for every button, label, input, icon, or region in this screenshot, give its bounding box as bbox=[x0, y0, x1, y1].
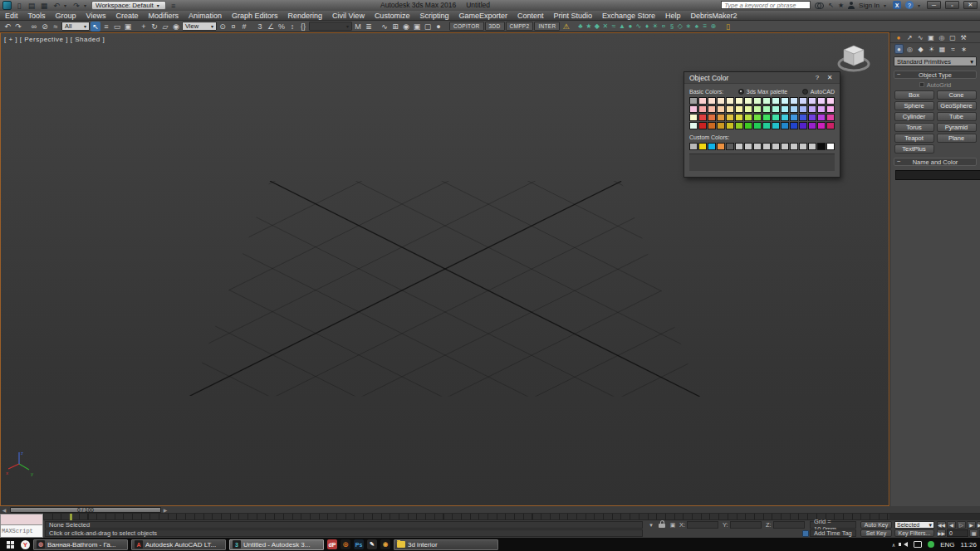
viewport-label[interactable]: [ + ] [ Perspective ] [ Shaded ] bbox=[4, 36, 105, 43]
minimize-button[interactable]: ─ bbox=[927, 1, 941, 9]
color-swatch[interactable] bbox=[781, 114, 789, 121]
add-time-tag[interactable]: Add Time Tag bbox=[810, 529, 856, 537]
select-and-scale-icon[interactable]: ▱ bbox=[160, 22, 170, 32]
color-swatch[interactable] bbox=[817, 122, 826, 129]
debrismaker-script-icon[interactable]: ♣ bbox=[576, 22, 584, 32]
signin-button[interactable]: Sign In bbox=[859, 2, 880, 9]
color-swatch[interactable] bbox=[772, 97, 780, 105]
tray-chevron-icon[interactable]: ∧ bbox=[892, 542, 895, 548]
use-pivot-point-center-icon[interactable]: ⊙ bbox=[218, 22, 228, 32]
color-swatch[interactable] bbox=[708, 122, 716, 129]
color-swatch[interactable] bbox=[790, 105, 798, 113]
color-swatch[interactable] bbox=[689, 97, 698, 105]
debrismaker-script-icon[interactable]: ♠ bbox=[693, 22, 700, 32]
time-slider-handle[interactable]: 0 / 100 bbox=[10, 507, 161, 513]
folder-window-button[interactable]: 3d interior bbox=[394, 539, 498, 550]
select-and-move-icon[interactable]: + bbox=[139, 22, 149, 32]
color-swatch[interactable] bbox=[753, 105, 762, 113]
select-by-name-icon[interactable]: ≡ bbox=[101, 22, 111, 32]
command-panel-tab[interactable]: ◎ bbox=[938, 33, 946, 42]
color-swatch[interactable] bbox=[717, 122, 725, 129]
menu-item[interactable]: Rendering bbox=[283, 11, 328, 21]
color-swatch[interactable] bbox=[698, 105, 707, 113]
debrismaker-script-icon[interactable]: ∗ bbox=[684, 22, 692, 32]
communication-center-icon[interactable]: ↖ bbox=[828, 2, 834, 9]
named-selection-sets-dropdown[interactable]: ▾ bbox=[309, 22, 352, 31]
command-panel-tab[interactable]: ▢ bbox=[948, 33, 957, 42]
color-swatch[interactable] bbox=[744, 114, 752, 121]
time-config-button[interactable]: ▦ bbox=[969, 529, 978, 537]
search-input[interactable] bbox=[721, 1, 811, 9]
rendered-frame-window-icon[interactable]: ▢ bbox=[423, 22, 433, 32]
material-editor-icon[interactable]: ◉ bbox=[401, 22, 411, 32]
color-swatch[interactable] bbox=[799, 97, 807, 105]
menu-item[interactable]: Group bbox=[51, 11, 81, 21]
command-panel-tab[interactable]: ↗ bbox=[905, 33, 914, 42]
go-to-end-button[interactable]: ▶▶ bbox=[937, 529, 946, 537]
color-swatch[interactable] bbox=[817, 105, 826, 113]
primitive-button[interactable]: Plane bbox=[937, 134, 977, 143]
window-crossing-icon[interactable]: ▣ bbox=[123, 22, 133, 32]
custom-color-swatch[interactable] bbox=[826, 143, 835, 150]
pinned-app-icon[interactable]: ✎ bbox=[367, 539, 377, 549]
primitive-button[interactable]: Pyramid bbox=[937, 123, 977, 132]
key-filters-button[interactable]: Key Filters... bbox=[894, 529, 934, 537]
debrismaker-script-icon[interactable]: ★ bbox=[585, 22, 592, 32]
trackbar-marker[interactable] bbox=[70, 514, 72, 520]
debrismaker-script-icon[interactable]: ◇ bbox=[676, 22, 684, 32]
color-swatch[interactable] bbox=[698, 97, 707, 105]
custom-color-swatch[interactable] bbox=[799, 143, 807, 150]
isolate-selection-icon[interactable]: ▾ bbox=[647, 521, 655, 529]
primitives-dropdown[interactable]: Standard Primitives ▾ bbox=[894, 56, 977, 66]
create-category-icon[interactable]: ≈ bbox=[948, 44, 958, 54]
taskbar-window-button[interactable]: A Autodesk AutoCAD LT... bbox=[131, 539, 226, 550]
debrismaker-script-icon[interactable]: ✕ bbox=[601, 22, 609, 32]
select-and-manipulate-icon[interactable]: ¤ bbox=[228, 22, 238, 32]
playback-button[interactable]: ▶ bbox=[967, 521, 976, 529]
custom-color-swatch[interactable] bbox=[689, 143, 698, 150]
primitive-button[interactable]: Torus bbox=[894, 123, 934, 132]
color-swatch[interactable] bbox=[744, 97, 752, 105]
menu-item[interactable]: Civil View bbox=[327, 11, 370, 21]
command-panel-tab[interactable]: ⚒ bbox=[959, 33, 968, 42]
volume-icon[interactable] bbox=[901, 542, 908, 547]
color-swatch[interactable] bbox=[826, 97, 835, 105]
new-file-button[interactable]: ▯ bbox=[14, 1, 24, 10]
debrismaker-script-icon[interactable]: § bbox=[668, 22, 675, 32]
save-file-button[interactable]: ▦ bbox=[39, 1, 49, 10]
pinned-app-icon[interactable]: Ps bbox=[354, 539, 364, 549]
custom-color-swatch[interactable] bbox=[772, 143, 780, 150]
chevron-down-icon[interactable]: ▾ bbox=[884, 2, 889, 8]
taskbar-window-button[interactable]: ◍ Ванная-Bathrom - Га... bbox=[33, 539, 128, 550]
close-button[interactable]: ✕ bbox=[963, 1, 978, 9]
name-and-color-rollout-header[interactable]: − Name and Color bbox=[894, 158, 977, 166]
color-swatch[interactable] bbox=[790, 97, 798, 105]
custom-color-swatch[interactable] bbox=[726, 143, 734, 150]
primitive-button[interactable]: Box bbox=[894, 90, 934, 100]
menu-item[interactable]: Animation bbox=[184, 11, 227, 21]
color-swatch[interactable] bbox=[689, 122, 698, 129]
color-swatch[interactable] bbox=[790, 114, 798, 121]
color-swatch[interactable] bbox=[762, 114, 771, 121]
color-swatch[interactable] bbox=[726, 122, 734, 129]
render-production-icon[interactable]: ● bbox=[434, 22, 443, 32]
color-swatch[interactable] bbox=[717, 97, 725, 105]
color-swatch[interactable] bbox=[826, 105, 835, 113]
custom-color-swatch[interactable] bbox=[698, 143, 707, 150]
custom-color-swatch[interactable] bbox=[744, 143, 752, 150]
color-swatch[interactable] bbox=[726, 114, 734, 121]
custom-color-swatch[interactable] bbox=[762, 143, 771, 150]
reference-coordinate-system-dropdown[interactable]: View▾ bbox=[182, 22, 217, 31]
redo-button[interactable]: ↷ bbox=[71, 1, 81, 10]
bind-to-space-warp-icon[interactable]: ≈ bbox=[51, 22, 61, 32]
color-swatch[interactable] bbox=[817, 114, 826, 121]
menu-item[interactable]: Create bbox=[110, 11, 143, 21]
menu-item[interactable]: Tools bbox=[23, 11, 51, 21]
custom-script-button[interactable]: 3DD bbox=[485, 22, 505, 31]
restore-button[interactable]: ▫ bbox=[945, 1, 959, 9]
absolute-mode-icon[interactable]: ▣ bbox=[669, 521, 677, 529]
custom-color-swatch[interactable] bbox=[781, 143, 789, 150]
mirror-icon[interactable]: M bbox=[353, 22, 363, 32]
debrismaker-script-icon[interactable]: ∿ bbox=[635, 22, 642, 32]
command-panel-tab[interactable]: ● bbox=[894, 33, 903, 42]
